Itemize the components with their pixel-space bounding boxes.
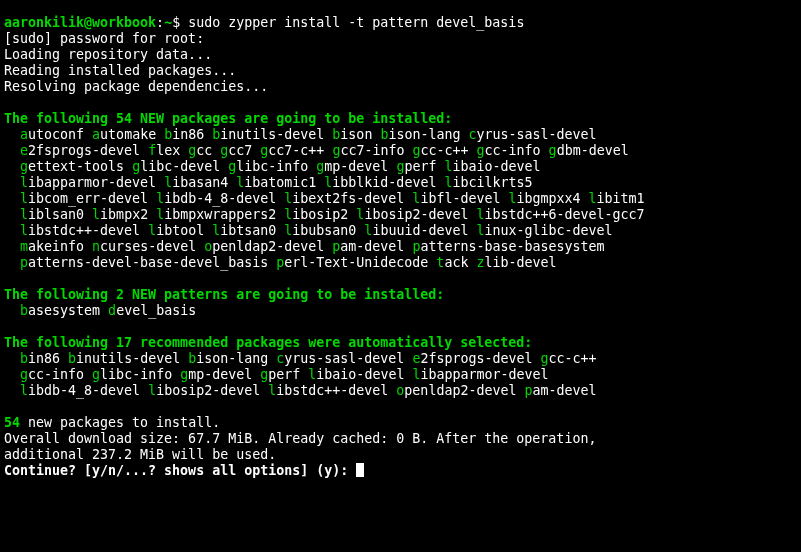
indent [4, 351, 20, 366]
pkg-rest: libc-devel [140, 159, 220, 174]
indent [4, 383, 20, 398]
pkg-row: makeinfo ncurses-devel openldap2-devel p… [4, 239, 605, 254]
pkg-rest: cc [196, 143, 212, 158]
pkg-rest: ettext-tools [28, 159, 124, 174]
pkg-rest: ison-lang [196, 351, 268, 366]
pkg-rest: ison [340, 127, 372, 142]
pkg-rest: ibstdc++-devel [276, 383, 388, 398]
pkg-rest: ibapparmor-devel [28, 175, 156, 190]
output-line: Resolving package dependencies... [4, 79, 268, 94]
pkg-first-letter: c [469, 127, 477, 142]
pkg-rest: atterns-devel-base-devel_basis [28, 255, 268, 270]
pkg-rest: ibcilkrts5 [452, 175, 532, 190]
pkg-rest: ibmpx2 [100, 207, 148, 222]
summary-count: 54 [4, 415, 20, 430]
indent [4, 367, 20, 382]
pkg-first-letter: l [20, 383, 28, 398]
output-line: [sudo] password for root: [4, 31, 212, 46]
pkg-rest: am-devel [340, 239, 404, 254]
cursor-block[interactable] [356, 463, 364, 477]
pkg-first-letter: g [180, 367, 188, 382]
indent [4, 303, 20, 318]
pkg-first-letter: g [20, 367, 28, 382]
indent [4, 191, 20, 206]
pkg-rest: ibaio-devel [452, 159, 540, 174]
pkg-rest: ibcom_err-devel [28, 191, 148, 206]
indent [4, 175, 20, 190]
pkg-first-letter: l [20, 207, 28, 222]
pkg-rest: cc-c++ [420, 143, 468, 158]
pkg-rest: ison-lang [388, 127, 460, 142]
pkg-first-letter: b [68, 351, 76, 366]
indent [4, 255, 20, 270]
pkg-rest: ibasan4 [172, 175, 228, 190]
pkg-rest: perf [404, 159, 436, 174]
indent [4, 143, 20, 158]
pkg-row: e2fsprogs-devel flex gcc gcc7 gcc7-c++ g… [4, 143, 629, 158]
pkg-rest: inux-glibc-devel [484, 223, 612, 238]
pkg-row: autoconf automake bin86 binutils-devel b… [4, 127, 597, 142]
rec-row: bin86 binutils-devel bison-lang cyrus-sa… [4, 351, 597, 366]
pkg-first-letter: g [477, 143, 485, 158]
pkg-rest: perf [268, 367, 300, 382]
pkg-rest: ibuuid-devel [372, 223, 468, 238]
pkg-rest: ibitm1 [597, 191, 645, 206]
pkg-rest: inutils-devel [220, 127, 324, 142]
pkg-first-letter: g [132, 159, 140, 174]
indent [4, 207, 20, 222]
pkg-rest: mp-devel [324, 159, 388, 174]
pkg-rest: erl-Text-Unidecode [284, 255, 428, 270]
summary-additional: additional 237.2 MiB will be used. [4, 447, 276, 462]
pkg-rest: penldap2-devel [404, 383, 516, 398]
pkg-first-letter: l [20, 191, 28, 206]
pkg-rest: in86 [172, 127, 204, 142]
summary-download: Overall download size: 67.7 MiB. Already… [4, 431, 596, 446]
pkg-first-letter: l [589, 191, 597, 206]
pkg-first-letter: l [148, 383, 156, 398]
pkg-first-letter: b [20, 351, 28, 366]
pkg-rest: ibblkid-devel [332, 175, 436, 190]
summary-count-rest: new packages to install. [20, 415, 220, 430]
pkg-first-letter: b [164, 127, 172, 142]
pkg-rest: cc-info [485, 143, 541, 158]
output-line: Loading repository data... [4, 47, 212, 62]
pkg-rest: ibosip2 [292, 207, 348, 222]
pkg-first-letter: m [20, 239, 28, 254]
prompt-sep: : [156, 15, 164, 30]
prompt-cwd: ~ [164, 15, 172, 30]
pkg-rest: ack [444, 255, 468, 270]
pkg-first-letter: g [188, 143, 196, 158]
pkg-first-letter: l [20, 223, 28, 238]
pattern-row: basesystem devel_basis [4, 303, 196, 318]
pkg-first-letter: f [148, 143, 156, 158]
pkg-rest: lib-devel [484, 255, 556, 270]
pkg-rest: cc7-c++ [268, 143, 324, 158]
pkg-first-letter: a [20, 127, 28, 142]
pkg-row: gettext-tools glibc-devel glibc-info gmp… [4, 159, 541, 174]
pkg-rest: ibosip2-devel [156, 383, 260, 398]
pkg-rest: ibdb-4_8-devel [28, 383, 140, 398]
pkg-row: patterns-devel-base-devel_basis perl-Tex… [4, 255, 557, 270]
pkg-rest: ibapparmor-devel [420, 367, 548, 382]
pkg-rest: libc-info [100, 367, 172, 382]
heading-new-packages: The following 54 NEW packages are going … [4, 111, 452, 126]
pkg-rest: cc-info [28, 367, 84, 382]
pkg-rest: cc7 [228, 143, 252, 158]
terminal-output: aaronkilik@workbook:~$ sudo zypper insta… [0, 13, 801, 481]
pkg-rest: ibstdc++-devel [28, 223, 140, 238]
pkg-rest: ibmpxwrappers2 [164, 207, 276, 222]
pkg-rest: ibdb-4_8-devel [164, 191, 276, 206]
output-line: Reading installed packages... [4, 63, 236, 78]
continue-prompt[interactable]: Continue? [y/n/...? shows all options] (… [4, 463, 356, 478]
pkg-rest: cc7-info [340, 143, 404, 158]
pkg-first-letter: l [156, 191, 164, 206]
pkg-rest: ibtsan0 [220, 223, 276, 238]
pkg-first-letter: p [20, 255, 28, 270]
pkg-rest: 2fsprogs-devel [28, 143, 140, 158]
pkg-rest: atterns-base-basesystem [420, 239, 604, 254]
indent [4, 223, 20, 238]
pkg-first-letter: l [156, 207, 164, 222]
pkg-rest: ibfl-devel [420, 191, 500, 206]
pkg-rest: ibubsan0 [292, 223, 356, 238]
pkg-rest: akeinfo [28, 239, 84, 254]
